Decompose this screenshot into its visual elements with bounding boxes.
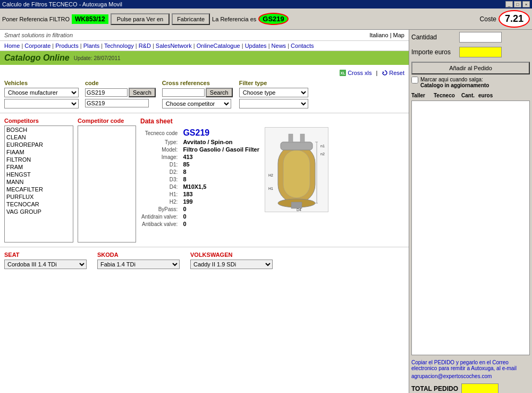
nav-products[interactable]: Products — [55, 43, 78, 49]
vehicles-label: Vehicles — [4, 80, 79, 86]
map-link[interactable]: Map — [393, 32, 404, 38]
d3-value: 8 — [183, 176, 259, 182]
svg-rect-8 — [289, 134, 293, 143]
ref-value: GS219 — [258, 13, 288, 25]
competitor-code-list[interactable] — [78, 126, 136, 243]
cross-group: Cross references Search Choose competito… — [162, 80, 233, 108]
list-item[interactable]: CLEAN — [5, 133, 73, 141]
separator: | — [376, 70, 377, 76]
list-item[interactable]: VAG GROUP — [5, 208, 73, 215]
antiback-value: 0 — [183, 221, 259, 227]
col-euros: euros — [478, 93, 494, 98]
nav-bar: Home | Corporate | Products | Plants | T… — [0, 41, 409, 51]
importe-input[interactable] — [459, 47, 502, 57]
list-item[interactable]: MECAFILTER — [5, 186, 73, 193]
list-item[interactable]: BOSCH — [5, 126, 73, 133]
catalog-note: Catalogo in aggiornamento — [420, 82, 489, 88]
cross-xls-icon[interactable]: XL Cross xls — [339, 69, 371, 77]
code-input-2[interactable]: GS219 — [85, 99, 149, 107]
col-tecneco: Tecneco — [434, 93, 460, 98]
total-input[interactable] — [461, 383, 499, 393]
code-group: code GS219 Search GS219 — [85, 80, 156, 107]
d2-label: D2: — [141, 169, 182, 175]
code-label: code — [85, 80, 156, 86]
seat-label: SEAT — [4, 252, 87, 258]
vehicles-group: Vehicles Choose mufacturer — [4, 80, 79, 108]
skoda-group: SKODA Fabia 1.4 TDi — [97, 252, 180, 269]
type-value: Avvitato / Spin-on — [183, 139, 259, 145]
close-button[interactable]: × — [522, 1, 530, 7]
window-controls[interactable]: _ □ × — [505, 1, 530, 7]
nav-technology[interactable]: Technology — [104, 43, 134, 49]
list-item[interactable]: MANN — [5, 178, 73, 186]
svg-text:H1: H1 — [268, 187, 273, 190]
skoda-select[interactable]: Fabia 1.4 TDi — [97, 260, 180, 269]
tecneco-code-label: Tecneco code — [141, 128, 182, 138]
competitor-select[interactable]: Choose competitor — [162, 99, 231, 108]
svg-text:n1: n1 — [320, 144, 325, 148]
nav-news[interactable]: News — [272, 43, 286, 49]
pulse-button[interactable]: Pulse para Ver en — [111, 13, 170, 25]
svg-rect-9 — [300, 134, 305, 143]
list-item[interactable]: FILTRON — [5, 156, 73, 163]
search-button-1[interactable]: Search — [129, 88, 156, 97]
coste-value: 7.21 — [499, 10, 530, 28]
type-label: Type: — [141, 139, 182, 145]
seat-select[interactable]: Cordoba III 1.4 TDi — [4, 260, 87, 269]
nav-home[interactable]: Home — [4, 43, 20, 49]
add-pedido-button[interactable]: Añadir al Pedido — [411, 62, 530, 74]
vehicles-select[interactable]: Choose mufacturer — [4, 88, 79, 97]
lang-links[interactable]: Italiano | Map — [369, 32, 404, 38]
maximize-button[interactable]: □ — [514, 1, 521, 7]
catalog-update: Update: 28/07/2011 — [74, 55, 121, 61]
nav-rd[interactable]: R&D — [139, 43, 151, 49]
nav-corporate[interactable]: Corporate — [24, 43, 50, 49]
top-toolbar: Poner Referencia FILTRO WK853/12 Pulse p… — [0, 9, 532, 30]
italiano-link[interactable]: Italiano — [369, 32, 388, 38]
model-label: Model: — [141, 146, 182, 153]
nav-updates[interactable]: Updates — [245, 43, 267, 49]
competitors-list[interactable]: BOSCHCLEANEUROREPARFIAAMFILTRONFRAMHENGS… — [4, 126, 73, 243]
nav-plants[interactable]: Plants — [83, 43, 100, 49]
vehicles-model-select[interactable] — [4, 99, 79, 108]
svg-text:n2: n2 — [320, 152, 325, 156]
fabricante-button[interactable]: Fabricante — [172, 13, 210, 25]
filter-type-select-2[interactable] — [239, 99, 308, 108]
catalog-checkbox[interactable] — [411, 77, 418, 83]
antiback-label: Antiback valve: — [141, 221, 182, 227]
list-item[interactable]: TECNOCAR — [5, 200, 73, 208]
cross-input[interactable] — [162, 88, 205, 97]
list-item[interactable]: PURFLUX — [5, 193, 73, 200]
datasheet-content: Tecneco code GS219 Type: Avvitato / Spin… — [140, 127, 404, 228]
search-fields-row: Vehicles Choose mufacturer code GS219 Se… — [4, 80, 404, 108]
pedido-table[interactable] — [411, 101, 530, 355]
filter-label: Poner Referencia FILTRO — [2, 16, 70, 22]
list-item[interactable]: EUROREPAR — [5, 141, 73, 148]
reset-link[interactable]: Reset — [382, 70, 404, 76]
datasheet-table: Tecneco code GS219 Type: Avvitato / Spin… — [140, 127, 260, 228]
cantidad-row: Cantidad — [411, 32, 530, 43]
nav-contacts[interactable]: Contacts — [291, 43, 314, 49]
list-item[interactable]: FRAM — [5, 163, 73, 171]
datasheet-section: Data sheet Tecneco code GS219 Type: Avvi… — [140, 118, 404, 243]
d1-value: 85 — [183, 161, 259, 168]
nav-salesnetwork[interactable]: SalesNetwork — [156, 43, 192, 49]
volkswagen-group: VOLKSWAGEN Caddy II 1.9 SDi — [190, 252, 273, 269]
svg-rect-5 — [281, 142, 313, 150]
cantidad-input[interactable] — [459, 32, 502, 43]
nav-onlinecatalogue[interactable]: OnlineCatalogue — [197, 43, 240, 49]
list-item[interactable]: FIAAM — [5, 148, 73, 156]
total-label: TOTAL PEDIDO — [411, 385, 458, 392]
content-area: Smart solutions in filtration Italiano |… — [0, 30, 409, 393]
search-button-2[interactable]: Search — [206, 88, 233, 97]
competitor-code-title: Competitor code — [78, 118, 136, 124]
code-input[interactable]: GS219 — [85, 88, 128, 97]
filter-type-select[interactable]: Choose type — [239, 88, 308, 97]
volkswagen-select[interactable]: Caddy II 1.9 SDi — [190, 260, 273, 269]
svg-marker-2 — [383, 71, 384, 73]
svg-text:XL: XL — [341, 71, 346, 75]
minimize-button[interactable]: _ — [505, 1, 513, 7]
list-item[interactable]: HENGST — [5, 171, 73, 178]
reset-label: Reset — [389, 70, 404, 76]
model-value: Filtro Gasolio / Gasoil Filter — [183, 146, 259, 153]
